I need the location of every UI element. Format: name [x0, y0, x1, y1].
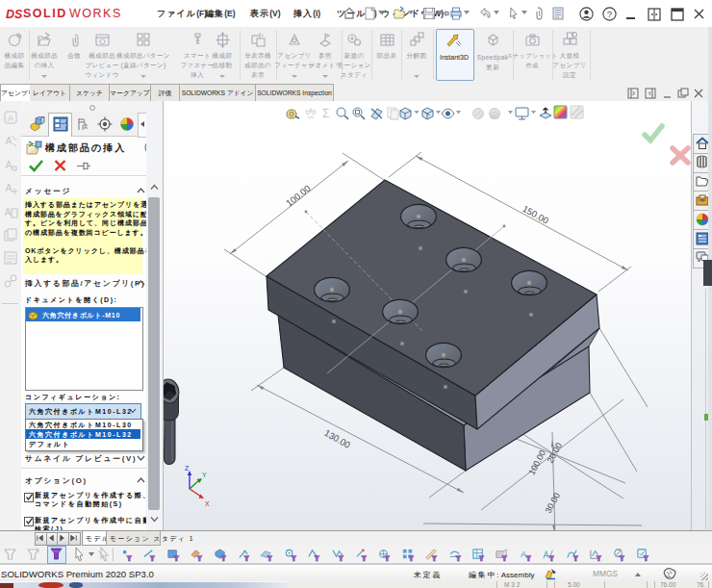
- svg-text:?: ?: [607, 9, 612, 19]
- svg-text:Z: Z: [185, 465, 190, 472]
- svg-text:150.00: 150.00: [521, 203, 550, 225]
- svg-text:130.00: 130.00: [322, 427, 352, 450]
- svg-text:Σ: Σ: [322, 107, 329, 120]
- svg-text:DS: DS: [6, 8, 23, 21]
- svg-text:Y: Y: [202, 472, 207, 478]
- svg-text:A: A: [6, 183, 13, 193]
- svg-text:A: A: [6, 136, 13, 146]
- svg-text:A: A: [6, 160, 13, 170]
- svg-text:100.00: 100.00: [526, 448, 547, 476]
- svg-text:30.00: 30.00: [544, 491, 562, 515]
- svg-text:X: X: [205, 500, 210, 507]
- svg-text:20.00: 20.00: [546, 441, 564, 465]
- svg-text:A: A: [8, 114, 13, 123]
- svg-text:SOLID: SOLID: [23, 7, 67, 20]
- svg-text:WORKS: WORKS: [69, 7, 122, 20]
- svg-text:100.00: 100.00: [284, 183, 313, 209]
- svg-text:A: A: [5, 207, 12, 217]
- svg-text:A: A: [521, 550, 527, 559]
